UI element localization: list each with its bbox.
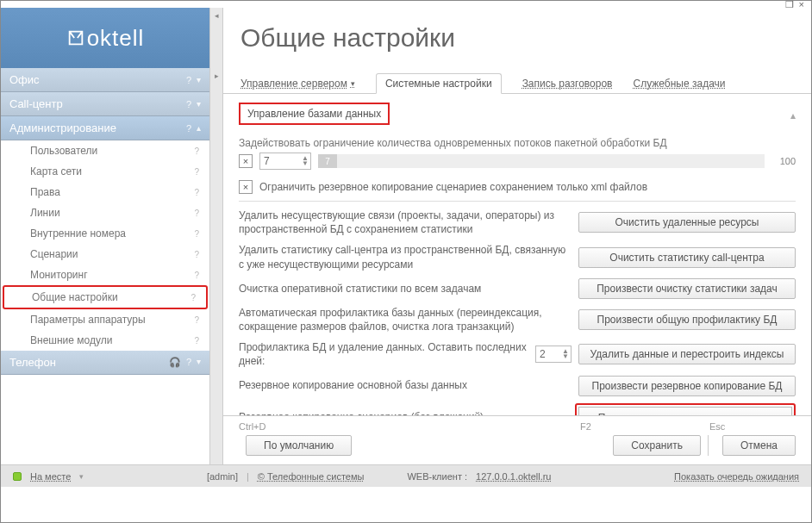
help-icon[interactable]: ? <box>186 357 191 368</box>
chevron-down-icon: ▾ <box>197 99 201 109</box>
clear-task-stats-button[interactable]: Произвести очистку статистики задач <box>578 278 796 299</box>
rebuild-index-button[interactable]: Удалить данные и перестроить индексы <box>578 344 796 364</box>
row-label: Удалить статистику call-центра из простр… <box>239 243 572 271</box>
chevron-down-icon: ▾ <box>79 472 84 481</box>
row-label: Резервное копирование основной базы данн… <box>239 378 572 392</box>
chevron-up-icon: ▴ <box>197 123 201 134</box>
xml-only-label: Ограничить резервное копирование сценари… <box>259 181 647 193</box>
keep-days-input[interactable]: 2▲▼ <box>535 346 572 363</box>
limit-threads-label: Задействовать ограничение количества одн… <box>239 137 796 149</box>
sidebar-item-extmodules[interactable]: Внешние модули? <box>1 330 209 351</box>
backup-scenarios-button[interactable]: Произвести копирование сценариев <box>575 403 796 416</box>
chevron-down-icon: ▾ <box>197 357 201 368</box>
row-label: Профилактика БД и удаление данных. Остав… <box>239 340 528 368</box>
backup-db-button[interactable]: Произвести резервное копирование БД <box>578 376 796 396</box>
help-icon[interactable]: ? <box>194 315 209 325</box>
presence-icon <box>13 472 22 481</box>
page-title: Общие настройки <box>240 23 455 53</box>
status-web-label: WEB-клиент : <box>407 471 467 482</box>
help-icon[interactable]: ? <box>194 146 209 156</box>
sidebar-expand-icon[interactable]: ▸ <box>209 68 223 464</box>
chevron-down-icon: ▾ <box>197 75 201 85</box>
clear-deleted-button[interactable]: Очистить удаленные ресурсы <box>578 212 796 233</box>
sidebar-item-netmap[interactable]: Карта сети? <box>1 161 209 182</box>
sidebar-item-users[interactable]: Пользователи? <box>1 140 209 161</box>
header: oktell ◂ Общие настройки <box>1 8 811 68</box>
status-host[interactable]: 127.0.0.1.oktell.ru <box>476 471 551 482</box>
limit-threads-checkbox[interactable]: × <box>239 154 253 168</box>
status-user: [admin] <box>207 471 238 482</box>
row-label: Очистка оперативной статистики по всем з… <box>239 282 572 296</box>
help-icon[interactable]: ? <box>194 188 209 197</box>
row-label: Удалить несуществующие связи (проекты, з… <box>239 209 572 236</box>
headset-icon: 🎧 <box>169 357 181 368</box>
logo: oktell <box>1 8 209 68</box>
logo-icon <box>66 28 85 47</box>
section-header-db[interactable]: Управление базами данных <box>239 103 390 125</box>
presence-status[interactable]: На месте <box>30 471 71 482</box>
clear-cc-stats-button[interactable]: Очистить статистику call-центра <box>578 247 796 268</box>
status-queue-link[interactable]: Показать очередь ожидания <box>674 471 799 482</box>
help-icon[interactable]: ? <box>194 250 209 259</box>
help-icon[interactable]: ? <box>194 336 209 346</box>
hint-default: Ctrl+D <box>239 421 580 432</box>
sidebar-section-phone[interactable]: Телефон 🎧?▾ <box>1 351 209 375</box>
content: Управление базами данных ▴ Задействовать… <box>223 94 811 415</box>
save-button[interactable]: Сохранить <box>613 435 701 456</box>
tab-server-mgmt[interactable]: Управление сервером ▾ <box>240 73 355 93</box>
hint-cancel: Esc <box>709 421 796 432</box>
help-icon[interactable]: ? <box>194 209 209 218</box>
help-icon[interactable]: ? <box>194 229 209 239</box>
window-controls: _ ❐ × <box>1 1 811 8</box>
footer: Ctrl+D F2 Esc По умолчанию Сохранить Отм… <box>223 415 811 464</box>
sidebar-item-hardware[interactable]: Параметры аппаратуры? <box>1 309 209 330</box>
sidebar-item-rights[interactable]: Права? <box>1 182 209 202</box>
status-bar: На месте ▾ [admin] | © Телефонные систем… <box>1 464 811 487</box>
help-icon[interactable]: ? <box>194 271 209 280</box>
xml-only-checkbox[interactable]: × <box>239 180 253 194</box>
help-icon[interactable]: ? <box>186 123 191 134</box>
sidebar-section-callcenter[interactable]: Call-центр ?▾ <box>1 92 209 116</box>
sidebar-item-monitoring[interactable]: Мониторинг? <box>1 265 209 285</box>
sidebar-section-office[interactable]: Офис ?▾ <box>1 68 209 92</box>
hint-save: F2 <box>580 421 709 432</box>
status-copyright[interactable]: © Телефонные системы <box>258 471 365 482</box>
sidebar-item-lines[interactable]: Линии? <box>1 202 209 223</box>
cancel-button[interactable]: Отмена <box>722 435 796 456</box>
tab-service-tasks[interactable]: Служебные задачи <box>633 73 725 93</box>
sidebar-item-intnumbers[interactable]: Внутренние номера? <box>1 223 209 244</box>
help-icon[interactable]: ? <box>186 99 191 109</box>
limit-threads-spinner[interactable]: 7▲▼ <box>259 153 311 170</box>
row-label: Автоматическая профилактика базы данных … <box>239 306 572 333</box>
sidebar-section-admin[interactable]: Администрирование ?▴ <box>1 116 209 140</box>
sidebar: Офис ?▾ Call-центр ?▾ Администрирование … <box>1 68 209 464</box>
tab-call-recording[interactable]: Запись разговоров <box>522 73 613 93</box>
sidebar-collapse-icon[interactable]: ◂ <box>209 8 223 68</box>
help-icon[interactable]: ? <box>191 293 206 302</box>
help-icon[interactable]: ? <box>194 167 209 177</box>
sidebar-item-scenarios[interactable]: Сценарии? <box>1 244 209 265</box>
default-button[interactable]: По умолчанию <box>246 435 352 456</box>
help-icon[interactable]: ? <box>186 75 191 85</box>
section-collapse-icon[interactable]: ▴ <box>790 109 796 121</box>
tab-system-settings[interactable]: Системные настройки <box>376 73 502 94</box>
limit-threads-slider[interactable]: 7 <box>318 154 765 168</box>
chevron-down-icon: ▾ <box>351 79 355 88</box>
brand-text: oktell <box>87 25 145 52</box>
title-zone: Общие настройки <box>223 8 811 68</box>
tabs: Управление сервером ▾ Системные настройк… <box>223 68 811 94</box>
slider-max: 100 <box>771 156 796 166</box>
run-maintenance-button[interactable]: Произвести общую профилактику БД <box>578 309 796 330</box>
slider-handle[interactable]: 7 <box>318 154 337 168</box>
sidebar-item-general-settings[interactable]: Общие настройки? <box>3 285 208 309</box>
